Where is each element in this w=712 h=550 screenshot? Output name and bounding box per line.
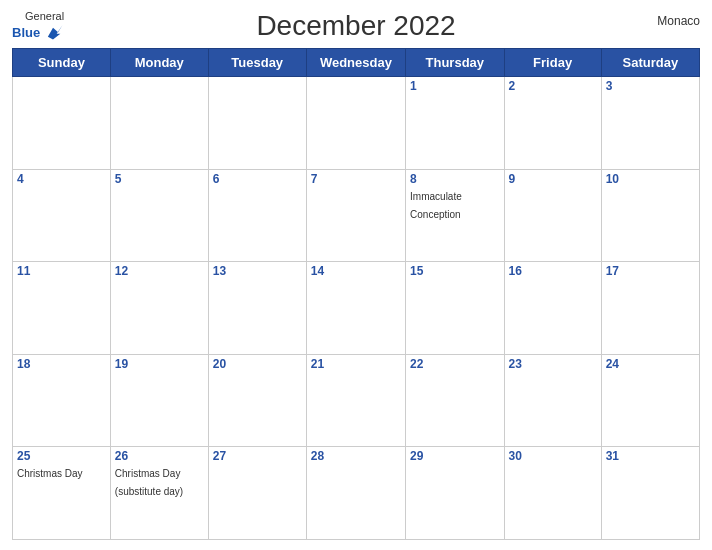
- header-wednesday: Wednesday: [306, 49, 405, 77]
- day-number: 14: [311, 264, 401, 278]
- table-row: 2: [504, 77, 601, 170]
- table-row: [13, 77, 111, 170]
- day-number: 13: [213, 264, 302, 278]
- table-row: 23: [504, 354, 601, 447]
- table-row: 17: [601, 262, 699, 355]
- header-sunday: Sunday: [13, 49, 111, 77]
- table-row: 16: [504, 262, 601, 355]
- day-number: 26: [115, 449, 204, 463]
- calendar-week-row: 18192021222324: [13, 354, 700, 447]
- day-number: 16: [509, 264, 597, 278]
- header-tuesday: Tuesday: [208, 49, 306, 77]
- event-label: Immaculate Conception: [410, 191, 462, 220]
- day-number: 18: [17, 357, 106, 371]
- calendar-title: December 2022: [256, 10, 455, 42]
- table-row: 7: [306, 169, 405, 262]
- day-number: 23: [509, 357, 597, 371]
- table-row: 30: [504, 447, 601, 540]
- day-number: 24: [606, 357, 695, 371]
- weekday-header-row: Sunday Monday Tuesday Wednesday Thursday…: [13, 49, 700, 77]
- day-number: 11: [17, 264, 106, 278]
- table-row: 27: [208, 447, 306, 540]
- table-row: 21: [306, 354, 405, 447]
- day-number: 12: [115, 264, 204, 278]
- logo-blue: Blue: [12, 26, 40, 40]
- svg-marker-0: [48, 25, 63, 40]
- event-label: Christmas Day (substitute day): [115, 468, 183, 497]
- table-row: 10: [601, 169, 699, 262]
- table-row: 12: [110, 262, 208, 355]
- table-row: 6: [208, 169, 306, 262]
- day-number: 1: [410, 79, 499, 93]
- day-number: 19: [115, 357, 204, 371]
- table-row: 11: [13, 262, 111, 355]
- day-number: 5: [115, 172, 204, 186]
- event-label: Christmas Day: [17, 468, 83, 479]
- table-row: 31: [601, 447, 699, 540]
- calendar-week-row: 45678Immaculate Conception910: [13, 169, 700, 262]
- calendar-week-row: 123: [13, 77, 700, 170]
- day-number: 6: [213, 172, 302, 186]
- day-number: 30: [509, 449, 597, 463]
- table-row: 3: [601, 77, 699, 170]
- table-row: 14: [306, 262, 405, 355]
- table-row: 9: [504, 169, 601, 262]
- day-number: 15: [410, 264, 499, 278]
- table-row: 4: [13, 169, 111, 262]
- day-number: 10: [606, 172, 695, 186]
- day-number: 2: [509, 79, 597, 93]
- day-number: 20: [213, 357, 302, 371]
- table-row: 20: [208, 354, 306, 447]
- day-number: 31: [606, 449, 695, 463]
- calendar-wrapper: General Blue December 2022 Monaco Sunday…: [0, 0, 712, 550]
- table-row: 25Christmas Day: [13, 447, 111, 540]
- day-number: 25: [17, 449, 106, 463]
- day-number: 22: [410, 357, 499, 371]
- header-saturday: Saturday: [601, 49, 699, 77]
- table-row: 19: [110, 354, 208, 447]
- day-number: 21: [311, 357, 401, 371]
- table-row: 5: [110, 169, 208, 262]
- day-number: 9: [509, 172, 597, 186]
- table-row: 24: [601, 354, 699, 447]
- header-monday: Monday: [110, 49, 208, 77]
- table-row: 1: [406, 77, 504, 170]
- day-number: 3: [606, 79, 695, 93]
- table-row: 18: [13, 354, 111, 447]
- day-number: 29: [410, 449, 499, 463]
- calendar-week-row: 11121314151617: [13, 262, 700, 355]
- calendar-table: Sunday Monday Tuesday Wednesday Thursday…: [12, 48, 700, 540]
- country-label: Monaco: [657, 14, 700, 28]
- table-row: 28: [306, 447, 405, 540]
- day-number: 7: [311, 172, 401, 186]
- logo: General Blue: [12, 10, 64, 44]
- table-row: [306, 77, 405, 170]
- day-number: 4: [17, 172, 106, 186]
- table-row: 29: [406, 447, 504, 540]
- day-number: 17: [606, 264, 695, 278]
- table-row: 26Christmas Day (substitute day): [110, 447, 208, 540]
- table-row: 13: [208, 262, 306, 355]
- table-row: 15: [406, 262, 504, 355]
- table-row: [110, 77, 208, 170]
- day-number: 27: [213, 449, 302, 463]
- logo-bird-icon: [42, 22, 64, 44]
- day-number: 28: [311, 449, 401, 463]
- logo-general: General: [25, 10, 64, 22]
- header-friday: Friday: [504, 49, 601, 77]
- day-number: 8: [410, 172, 499, 186]
- calendar-header: General Blue December 2022 Monaco: [12, 10, 700, 42]
- table-row: 8Immaculate Conception: [406, 169, 504, 262]
- table-row: 22: [406, 354, 504, 447]
- calendar-week-row: 25Christmas Day26Christmas Day (substitu…: [13, 447, 700, 540]
- table-row: [208, 77, 306, 170]
- header-thursday: Thursday: [406, 49, 504, 77]
